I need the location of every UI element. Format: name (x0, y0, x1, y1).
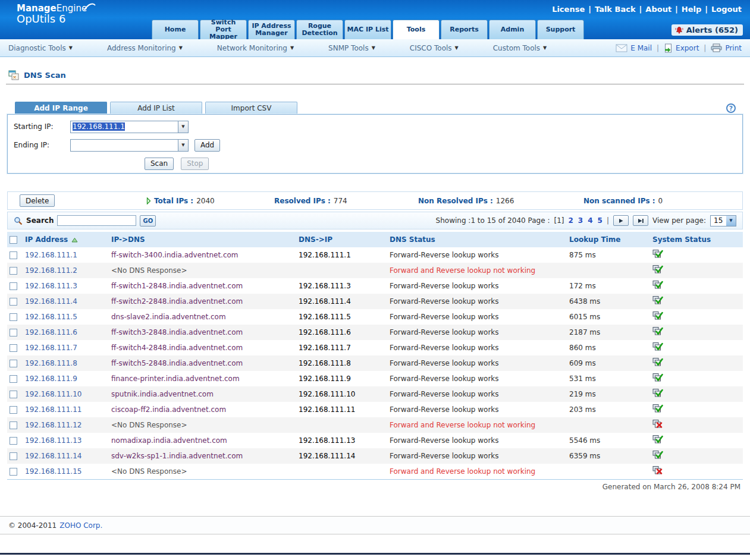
starting-ip-dropdown-button[interactable]: ▼ (178, 121, 188, 133)
menubar-actions: E Mail | Export | Print (616, 43, 742, 53)
tab-reports[interactable]: Reports (441, 20, 488, 39)
menu-address-monitoring[interactable]: Address Monitoring▼ (107, 44, 183, 52)
menu-cisco-tools[interactable]: CISCO Tools▼ (410, 44, 459, 52)
ip-address-link[interactable]: 192.168.111.8 (25, 359, 77, 367)
email-label: E Mail (630, 44, 652, 52)
row-checkbox[interactable] (10, 421, 17, 429)
starting-ip-combobox[interactable]: 192.168.111.1 ▼ (70, 121, 189, 133)
page-link-3[interactable]: 3 (578, 216, 583, 225)
row-checkbox[interactable] (10, 406, 17, 414)
lookup-time-value: 875 ms (567, 247, 650, 263)
row-checkbox[interactable] (10, 375, 17, 383)
col-lookup-time[interactable]: Lookup Time (567, 232, 650, 247)
row-checkbox[interactable] (10, 313, 17, 321)
menu-diagnostic-tools[interactable]: Diagnostic Tools▼ (8, 44, 73, 52)
top-link-license[interactable]: License (552, 5, 585, 14)
tab-home[interactable]: Home (152, 20, 199, 39)
row-checkbox[interactable] (10, 468, 17, 476)
scan-tab-import-csv[interactable]: Import CSV (205, 102, 297, 114)
col-dns-status[interactable]: DNS Status (387, 232, 567, 247)
row-checkbox[interactable] (10, 267, 17, 275)
col-system-status[interactable]: System Status (650, 232, 743, 247)
dns-to-ip-value: 192.168.111.1 (296, 247, 387, 263)
tab-ip-address-manager[interactable]: IP Address Manager (248, 20, 295, 39)
dns-status-value: Forward and Reverse lookup not working (387, 263, 567, 278)
help-icon[interactable]: ? (726, 103, 736, 113)
tab-support[interactable]: Support (537, 20, 584, 39)
ip-address-link[interactable]: 192.168.111.6 (25, 328, 77, 336)
add-button[interactable]: Add (194, 139, 220, 152)
tab-admin[interactable]: Admin (489, 20, 536, 39)
dns-to-ip-value: 192.168.111.7 (296, 340, 387, 355)
sort-ascending-icon (71, 237, 78, 243)
tab-tools[interactable]: Tools (393, 20, 440, 39)
delete-button[interactable]: Delete (20, 194, 55, 207)
export-action[interactable]: Export (664, 43, 699, 53)
zoho-link[interactable]: ZOHO Corp. (59, 521, 102, 530)
ip-address-link[interactable]: 192.168.111.1 (25, 251, 77, 259)
col-ip-to-dns[interactable]: IP->DNS (109, 232, 296, 247)
ip-address-link[interactable]: 192.168.111.12 (25, 421, 81, 429)
menu-network-monitoring[interactable]: Network Monitoring▼ (217, 44, 294, 52)
page-link-4[interactable]: 4 (588, 216, 592, 225)
menu-custom-tools[interactable]: Custom Tools▼ (493, 44, 547, 52)
scan-tab-add-ip-list[interactable]: Add IP List (110, 102, 202, 114)
system-status-icon (652, 330, 663, 338)
last-page-button[interactable] (633, 215, 648, 226)
row-checkbox[interactable] (10, 437, 17, 445)
ip-address-link[interactable]: 192.168.111.14 (25, 452, 81, 460)
ip-address-link[interactable]: 192.168.111.5 (25, 313, 77, 321)
ip-to-dns-value: ff-switch-3400.india.adventnet.com (109, 247, 296, 263)
row-checkbox[interactable] (10, 282, 17, 290)
row-checkbox[interactable] (10, 344, 17, 352)
ip-address-link[interactable]: 192.168.111.7 (25, 344, 77, 352)
ending-ip-dropdown-button[interactable]: ▼ (178, 140, 188, 151)
ip-address-link[interactable]: 192.168.111.2 (25, 266, 77, 275)
top-link-help[interactable]: Help (682, 5, 701, 14)
tab-switch-port-mapper[interactable]: Switch Port Mapper (200, 20, 247, 39)
ip-address-link[interactable]: 192.168.111.10 (25, 390, 81, 398)
ip-address-link[interactable]: 192.168.111.13 (25, 436, 81, 445)
col-dns-to-ip[interactable]: DNS->IP (296, 232, 387, 247)
stop-button[interactable]: Stop (181, 158, 209, 170)
non-scanned-ips-stat: Non scanned IPs : 0 (583, 197, 663, 205)
total-ips-label: Total IPs : (154, 197, 193, 205)
ip-address-link[interactable]: 192.168.111.9 (25, 375, 77, 383)
row-checkbox[interactable] (10, 298, 17, 306)
alerts-badge[interactable]: Alerts (652) (671, 24, 743, 36)
top-link-logout[interactable]: Logout (711, 5, 742, 14)
ending-ip-combobox[interactable]: ▼ (70, 139, 189, 152)
scan-button[interactable]: Scan (145, 158, 174, 170)
row-checkbox[interactable] (10, 391, 17, 398)
dns-status-value: Forward and Reverse lookup not working (387, 417, 567, 433)
top-link-talk-back[interactable]: Talk Back (595, 5, 636, 14)
page-link-5[interactable]: 5 (598, 216, 602, 225)
row-checkbox[interactable] (10, 452, 17, 460)
ip-address-link[interactable]: 192.168.111.15 (25, 467, 81, 476)
next-page-button[interactable] (613, 215, 629, 226)
select-all-checkbox[interactable] (10, 236, 17, 244)
search-input[interactable] (57, 215, 136, 226)
last-icon (637, 218, 644, 224)
chevron-down-icon: ▼ (372, 45, 375, 51)
search-bar: Search GO Showing :1 to 15 of 2040 Page … (7, 212, 743, 229)
menu-snmp-tools[interactable]: SNMP Tools▼ (328, 44, 375, 52)
view-per-page-select[interactable]: 15 ▼ (710, 215, 736, 226)
ip-to-dns-value: sputnik.india.adventnet.com (109, 386, 296, 402)
scan-tab-add-ip-range[interactable]: Add IP Range (15, 102, 107, 114)
print-action[interactable]: Print (711, 43, 742, 52)
row-checkbox[interactable] (10, 329, 17, 336)
ip-address-link[interactable]: 192.168.111.4 (25, 297, 77, 306)
row-checkbox[interactable] (10, 251, 17, 259)
email-action[interactable]: E Mail (616, 44, 652, 52)
row-checkbox[interactable] (10, 360, 17, 367)
col-ip-address[interactable]: IP Address (25, 235, 68, 244)
tab-mac-ip-list[interactable]: MAC IP List (344, 20, 391, 39)
ip-address-link[interactable]: 192.168.111.11 (25, 405, 81, 414)
ip-address-link[interactable]: 192.168.111.3 (25, 282, 77, 290)
tab-rogue-detection[interactable]: Rogue Detection (296, 20, 343, 39)
top-link-about[interactable]: About (645, 5, 671, 14)
system-status-icon (652, 268, 663, 276)
go-button[interactable]: GO (140, 215, 156, 226)
page-link-2[interactable]: 2 (568, 216, 573, 225)
